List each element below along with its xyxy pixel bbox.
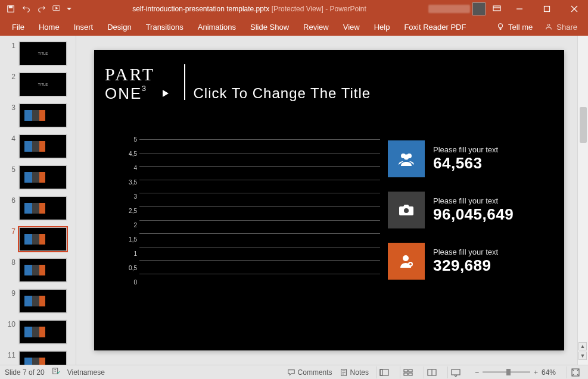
slideshow-view-button[interactable] [447,367,464,378]
slide-thumbnail[interactable]: 8 [0,258,76,282]
chart-ytick-label: 2 [124,222,137,228]
qat-customize-button[interactable] [66,2,73,16]
window-controls [506,0,588,18]
tab-animations[interactable]: Animations [191,18,243,36]
svg-rect-20 [380,369,382,375]
svg-point-12 [404,155,409,160]
users-icon [388,140,425,177]
prev-slide-button[interactable]: ▲ [578,342,587,350]
reading-view-button[interactable] [424,367,440,378]
svg-point-8 [499,24,503,28]
zoom-slider-thumb[interactable] [506,369,511,375]
slide-thumbnail-preview [19,165,67,189]
stat-item: Please fill your text329,689 [388,243,543,280]
stat-label: Please fill your text [433,196,514,205]
tab-help[interactable]: Help [367,18,397,36]
bar-chart[interactable]: 00,511,522,533,544,55 [124,139,380,282]
camera-icon [388,192,425,228]
slide-thumbnail-preview [19,258,67,282]
maximize-button[interactable] [533,0,561,18]
slide-thumbnail[interactable]: 9 [0,289,76,313]
zoom-percent[interactable]: 64% [542,368,556,377]
normal-view-button[interactable] [376,367,393,378]
stat-value: 64,563 [433,154,498,173]
tab-file[interactable]: File [5,18,32,36]
comments-label: Comments [298,368,332,377]
slide-thumbnail[interactable]: 2TITLE [0,73,76,96]
language-indicator[interactable]: Vietnamese [67,368,105,377]
tab-design[interactable]: Design [100,18,138,36]
start-from-beginning-button[interactable] [50,2,64,16]
notes-label: Notes [350,368,369,377]
account-area[interactable] [426,2,488,15]
tab-home[interactable]: Home [32,18,67,36]
zoom-slider[interactable] [483,371,530,373]
tab-view[interactable]: View [336,18,367,36]
part-sub-text: ONE [105,84,142,102]
tab-foxit[interactable]: Foxit Reader PDF [397,18,473,36]
minimize-button[interactable] [506,0,533,18]
zoom-out-button[interactable]: − [475,368,479,377]
stat-value: 329,689 [433,256,498,275]
slide-thumbnail[interactable]: 4 [0,134,76,158]
slide-thumbnail-number: 9 [5,289,15,297]
chart-ytick-label: 4 [124,165,137,171]
tell-me-label: Tell me [508,23,533,32]
slide-thumbnail[interactable]: 7 [0,227,76,251]
ribbon-tabs: File Home Insert Design Transitions Anim… [0,18,588,36]
comments-button[interactable]: Comments [287,368,332,377]
spellcheck-icon[interactable] [52,367,60,377]
share-icon [545,23,553,31]
redo-button[interactable] [35,2,49,16]
chart-gridline [139,274,380,274]
app-name: PowerPoint [329,5,366,13]
tab-slideshow[interactable]: Slide Show [243,18,296,36]
slide-thumbnail-preview [19,320,67,344]
slide-thumbnail[interactable]: 6 [0,196,76,220]
tab-review[interactable]: Review [296,18,336,36]
slide-title[interactable]: Click To Change The Title [194,85,371,103]
slide-thumbnail[interactable]: 1TITLE [0,42,76,65]
svg-point-14 [404,208,409,213]
save-button[interactable] [4,2,18,16]
chart-ytick-label: 5 [124,136,137,143]
svg-rect-5 [545,7,550,12]
slide-heading: PART ONE3 Click To Change The Title [105,64,371,103]
svg-rect-24 [409,373,412,375]
quick-access-toolbar [0,2,73,16]
account-avatar [472,2,486,15]
vertical-scrollbar[interactable] [577,36,588,365]
undo-button[interactable] [19,2,33,16]
slide-thumbnail-panel[interactable]: 1TITLE2TITLE34567891011 [0,36,76,365]
chart-ytick-label: 3,5 [124,179,137,186]
slide-thumbnail-number: 4 [5,134,15,143]
current-slide[interactable]: PART ONE3 Click To Change The Title 00,5… [94,50,564,350]
zoom-in-button[interactable]: + [534,368,538,377]
slide-thumbnail-preview [19,289,67,313]
slide-thumbnail[interactable]: 11 [0,351,76,365]
slide-thumbnail-preview: TITLE [19,73,67,96]
fit-to-window-button[interactable] [567,367,583,378]
next-slide-button[interactable]: ▼ [578,352,587,360]
tell-me-search[interactable]: Tell me [490,23,539,32]
window-title: self-introduction-presentation template.… [73,5,426,13]
stat-item: Please fill your text64,563 [388,140,543,177]
ribbon-display-options-button[interactable] [488,0,506,18]
close-button[interactable] [561,0,588,18]
share-button[interactable]: Share [539,23,583,32]
svg-rect-23 [404,373,407,375]
scrollbar-thumb[interactable] [580,107,587,143]
notes-icon [340,368,348,377]
slide-thumbnail[interactable]: 10 [0,320,76,344]
sorter-view-button[interactable] [400,367,416,378]
tab-transitions[interactable]: Transitions [139,18,191,36]
slide-indicator[interactable]: Slide 7 of 20 [5,368,45,377]
document-area: 1TITLE2TITLE34567891011 PART ONE3 Click … [0,36,588,365]
notes-button[interactable]: Notes [340,368,369,377]
slide-thumbnail[interactable]: 3 [0,104,76,127]
slide-thumbnail-preview [19,104,67,127]
tab-insert[interactable]: Insert [67,18,101,36]
protected-view-tag: [Protected View] [272,5,323,13]
zoom-control[interactable]: − + 64% [471,368,559,377]
slide-thumbnail[interactable]: 5 [0,165,76,189]
